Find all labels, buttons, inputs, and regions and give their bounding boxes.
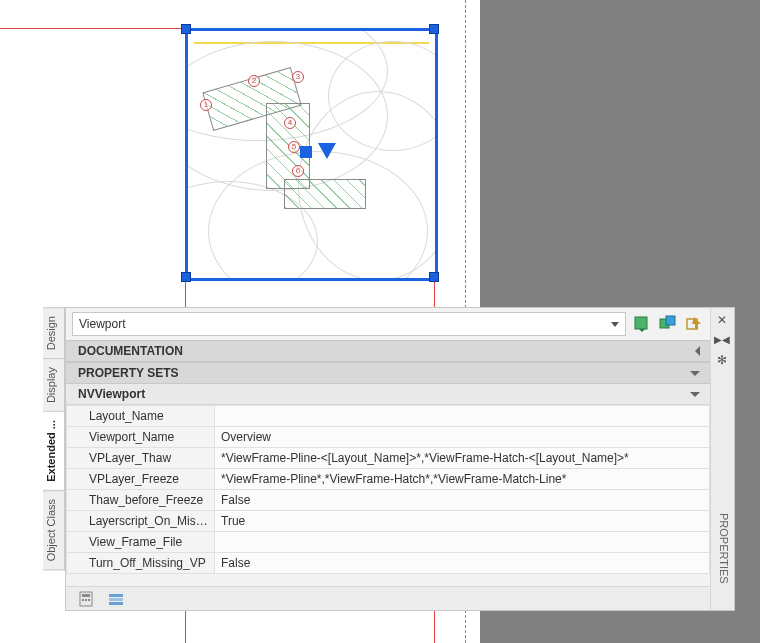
svg-rect-0 — [635, 317, 647, 329]
view-frame-box — [284, 179, 366, 209]
svg-rect-10 — [109, 598, 123, 601]
options-gear-icon[interactable]: ✻ — [714, 352, 730, 368]
frame-number-ring: 1 — [200, 99, 212, 111]
properties-palette: ✕ ▶◀ ✻ PROPERTIES Viewport DOCUMENTATION — [65, 307, 735, 611]
property-value[interactable]: False — [215, 553, 710, 574]
property-key: View_Frame_File — [67, 532, 215, 553]
frame-number-ring: 4 — [284, 117, 296, 129]
property-row: VPLayer_Freeze*ViewFrame-Pline*,*ViewFra… — [67, 469, 710, 490]
selection-grip-bottom-left[interactable] — [181, 272, 191, 282]
tab-display[interactable]: Display — [43, 358, 65, 412]
property-row: VPLayer_Thaw*ViewFrame-Pline-<[Layout_Na… — [67, 448, 710, 469]
frame-number-ring: 5 — [288, 141, 300, 153]
property-key: Layerscript_On_Missi... — [67, 511, 215, 532]
property-key: VPLayer_Thaw — [67, 448, 215, 469]
tab-design[interactable]: Design — [43, 307, 65, 359]
layout-guide-top — [0, 28, 185, 29]
svg-rect-8 — [88, 599, 90, 601]
property-value[interactable] — [215, 406, 710, 427]
selection-grip-top-right[interactable] — [429, 24, 439, 34]
svg-rect-11 — [109, 602, 123, 605]
property-value[interactable]: True — [215, 511, 710, 532]
properties-side-tabs: Design Display Extended ... Object Class — [43, 307, 65, 569]
tab-object-class[interactable]: Object Class — [43, 490, 65, 570]
svg-rect-2 — [666, 316, 675, 325]
chevron-down-icon — [690, 392, 700, 397]
property-value[interactable]: Overview — [215, 427, 710, 448]
autohide-pin-icon[interactable]: ▶◀ — [714, 332, 730, 348]
svg-rect-6 — [82, 599, 84, 601]
palette-footer — [66, 586, 710, 610]
close-icon[interactable]: ✕ — [714, 312, 730, 328]
property-value[interactable] — [215, 532, 710, 553]
property-row: Turn_Off_Missing_VPFalse — [67, 553, 710, 574]
section-nvviewport[interactable]: NVViewport — [66, 384, 710, 405]
object-type-row: Viewport — [66, 308, 710, 340]
selection-center-grip[interactable] — [300, 146, 312, 158]
frame-number-ring: 3 — [292, 71, 304, 83]
palette-title: PROPERTIES — [714, 498, 730, 598]
chevron-down-icon — [611, 322, 619, 327]
property-key: Layout_Name — [67, 406, 215, 427]
palette-body: Viewport DOCUMENTATION PROPERTY SETS NVV… — [66, 308, 710, 610]
property-set-data-icon[interactable] — [106, 589, 126, 609]
section-property-sets-label: PROPERTY SETS — [78, 366, 178, 380]
tab-extended[interactable]: Extended ... — [43, 411, 65, 491]
property-row: View_Frame_File — [67, 532, 710, 553]
svg-rect-7 — [85, 599, 87, 601]
object-type-value: Viewport — [79, 317, 125, 331]
property-row: Thaw_before_FreezeFalse — [67, 490, 710, 511]
property-key: Turn_Off_Missing_VP — [67, 553, 215, 574]
chevron-down-icon — [690, 371, 700, 376]
section-property-sets[interactable]: PROPERTY SETS — [66, 362, 710, 384]
property-key: Thaw_before_Freeze — [67, 490, 215, 511]
chevron-left-icon — [695, 346, 700, 356]
svg-rect-5 — [82, 594, 90, 597]
quick-select-icon[interactable] — [632, 314, 652, 334]
property-row: Layout_Name — [67, 406, 710, 427]
property-value[interactable]: False — [215, 490, 710, 511]
property-value[interactable]: *ViewFrame-Pline*,*ViewFrame-Hatch*,*Vie… — [215, 469, 710, 490]
frame-number-ring: 6 — [292, 165, 304, 177]
toggle-pickadd-icon[interactable] — [684, 314, 704, 334]
object-type-dropdown[interactable]: Viewport — [72, 312, 626, 336]
palette-right-strip: ✕ ▶◀ ✻ PROPERTIES — [710, 308, 734, 610]
property-row: Layerscript_On_Missi...True — [67, 511, 710, 532]
frame-number-ring: 2 — [248, 75, 260, 87]
section-documentation-label: DOCUMENTATION — [78, 344, 183, 358]
property-row: Viewport_NameOverview — [67, 427, 710, 448]
property-key: VPLayer_Freeze — [67, 469, 215, 490]
selection-grip-top-left[interactable] — [181, 24, 191, 34]
selection-center-arrow-icon[interactable] — [318, 143, 336, 159]
property-value[interactable]: *ViewFrame-Pline-<[Layout_Name]>*,*ViewF… — [215, 448, 710, 469]
property-table: Layout_NameViewport_NameOverviewVPLayer_… — [66, 405, 710, 574]
svg-rect-9 — [109, 594, 123, 597]
calculator-icon[interactable] — [76, 589, 96, 609]
section-documentation[interactable]: DOCUMENTATION — [66, 340, 710, 362]
select-similar-icon[interactable] — [658, 314, 678, 334]
property-key: Viewport_Name — [67, 427, 215, 448]
section-nvviewport-label: NVViewport — [78, 387, 145, 401]
selection-grip-bottom-right[interactable] — [429, 272, 439, 282]
